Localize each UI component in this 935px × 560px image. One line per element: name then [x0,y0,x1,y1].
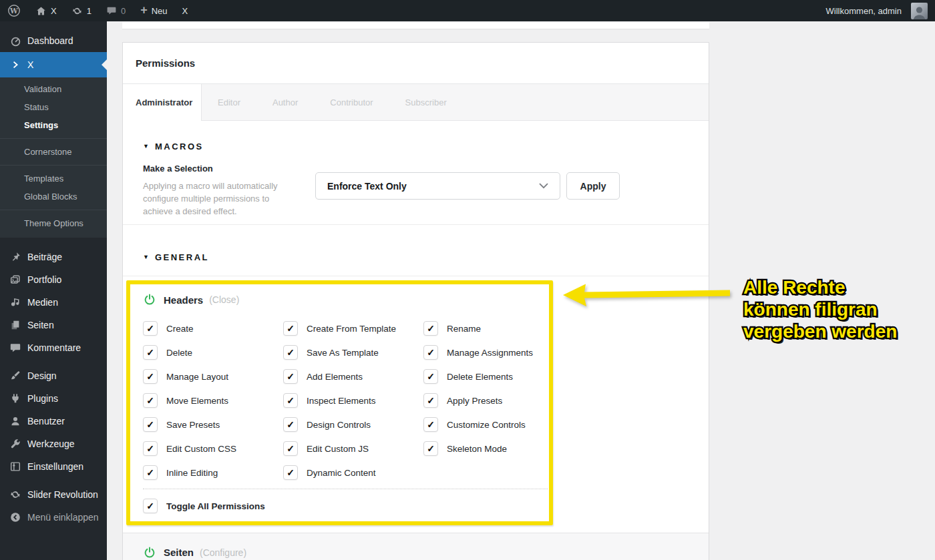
macro-select-value: Enforce Text Only [327,181,407,192]
power-icon[interactable] [143,293,156,306]
general-heading[interactable]: ▼ GENERAL [143,252,689,262]
checkbox-checked[interactable]: ✓ [423,321,438,336]
apply-button[interactable]: Apply [566,172,620,200]
permission-label: Inline Editing [166,468,218,478]
sidebar-item-portfolio[interactable]: Portfolio [0,268,107,291]
updates-menu[interactable]: 1 [64,0,99,21]
submenu-divider [0,165,107,166]
updates-count: 1 [87,6,91,16]
sidebar-item-slider-revolution[interactable]: Slider Revolution [0,483,107,506]
permission-item: ✓Delete Elements [423,369,564,384]
menu-separator [0,359,107,364]
checkbox-checked[interactable]: ✓ [423,369,438,384]
checkbox-checked[interactable]: ✓ [143,369,158,384]
checkbox-checked[interactable]: ✓ [283,417,298,432]
site-menu[interactable]: X [28,0,64,21]
checkbox-checked[interactable]: ✓ [143,465,158,480]
submenu-item-cornerstone[interactable]: Cornerstone [0,143,107,161]
wordpress-logo-menu[interactable]: W [0,0,28,21]
photos-stack-icon [9,273,22,286]
avatar [911,3,928,19]
checkbox-checked[interactable]: ✓ [423,345,438,360]
tab-editor[interactable]: Editor [202,84,256,120]
power-icon[interactable] [143,546,156,559]
checkbox-checked[interactable]: ✓ [283,321,298,336]
sidebar-item-seiten[interactable]: Seiten [0,314,107,336]
comments-menu[interactable]: 0 [99,0,133,21]
checkbox-checked[interactable]: ✓ [143,321,158,336]
submenu-divider [0,210,107,210]
checkbox-checked[interactable]: ✓ [283,441,298,456]
submenu-item-settings[interactable]: Settings [0,116,107,134]
svg-text:W: W [9,7,18,15]
checkbox-checked[interactable]: ✓ [283,465,298,480]
checkbox-checked[interactable]: ✓ [143,441,158,456]
macros-heading[interactable]: ▼ MACROS [143,141,689,152]
toggle-all-label: Toggle All Permissions [166,501,265,511]
comment-bubble-icon [9,341,22,354]
sidebar-item-einstellungen[interactable]: Einstellungen [0,455,107,478]
permission-label: Manage Assignments [447,348,533,358]
submenu-item-theme-options[interactable]: Theme Options [0,214,107,232]
macro-select[interactable]: Enforce Text Only [315,172,560,200]
user-icon [9,414,22,428]
sidebar-item-werkzeuge[interactable]: Werkzeuge [0,433,107,455]
panel-title: Permissions [136,57,195,69]
seiten-section-title: Seiten [164,547,194,558]
checkbox-checked[interactable]: ✓ [283,345,298,360]
sidebar-item-dashboard[interactable]: Dashboard [0,29,107,52]
sidebar-item-plugins[interactable]: Plugins [0,387,107,410]
tab-contributor[interactable]: Contributor [314,84,389,120]
sidebar-item-medien[interactable]: Medien [0,291,107,314]
submenu-item-templates[interactable]: Templates [0,170,107,188]
checkbox-checked[interactable]: ✓ [283,369,298,384]
permission-item: ✓Save Presets [143,417,283,432]
submenu-item-global-blocks[interactable]: Global Blocks [0,188,107,206]
permission-item: ✓Customize Controls [423,417,564,432]
toggle-all-checkbox[interactable]: ✓ [143,499,158,513]
permission-label: Design Controls [307,420,371,430]
sidebar: Dashboard X Validation Status Settings C… [0,21,107,560]
settings-sliders-icon [9,460,22,473]
sidebar-item-beitraege[interactable]: Beiträge [0,246,107,268]
new-content-menu[interactable]: + Neu [133,0,174,21]
toggle-all-row: ✓ Toggle All Permissions [143,496,689,516]
checkbox-checked[interactable]: ✓ [423,393,438,408]
updates-icon [71,5,83,17]
tab-subscriber[interactable]: Subscriber [389,84,463,120]
sidebar-item-kommentare[interactable]: Kommentare [0,336,107,359]
collapse-triangle-icon: ▼ [143,143,149,150]
permission-label: Apply Presets [447,396,502,406]
checkbox-checked[interactable]: ✓ [283,393,298,408]
seiten-configure-link[interactable]: (Configure) [200,547,246,558]
tab-author[interactable]: Author [256,84,314,120]
plug-icon [9,392,22,405]
checkbox-checked[interactable]: ✓ [143,393,158,408]
submenu-item-status[interactable]: Status [0,98,107,116]
account-menu[interactable]: Willkommen, admin [819,0,935,21]
site-name: X [51,6,57,16]
permission-item: ✓Inline Editing [143,465,283,480]
sidebar-item-design[interactable]: Design [0,364,107,387]
submenu-item-validation[interactable]: Validation [0,80,107,98]
sidebar-item-x-theme[interactable]: X [0,52,107,77]
checkbox-checked[interactable]: ✓ [143,345,158,360]
tab-administrator[interactable]: Administrator [123,84,202,121]
sidebar-item-benutzer[interactable]: Benutzer [0,410,107,433]
role-tabs: Administrator Editor Author Contributor … [123,84,709,121]
checkbox-checked[interactable]: ✓ [423,417,438,432]
sidebar-item-collapse-menu[interactable]: Menü einklappen [0,506,107,529]
x-theme-label: X [182,6,188,16]
permission-item: ✓Create From Template [283,321,423,336]
checkbox-checked[interactable]: ✓ [143,417,158,432]
x-theme-toolbar-item[interactable]: X [175,0,196,21]
permission-item: ✓Manage Assignments [423,345,564,360]
plus-icon: + [140,4,148,16]
welcome-text: Willkommen, admin [826,6,902,16]
permission-label: Add Elements [307,372,363,382]
permission-label: Move Elements [166,396,228,406]
collapse-circle-icon [9,511,22,524]
headers-close-link[interactable]: (Close) [209,294,239,305]
checkbox-checked[interactable]: ✓ [423,441,438,456]
headers-permissions-section: Headers (Close) ✓Create✓Create From Temp… [123,276,709,533]
